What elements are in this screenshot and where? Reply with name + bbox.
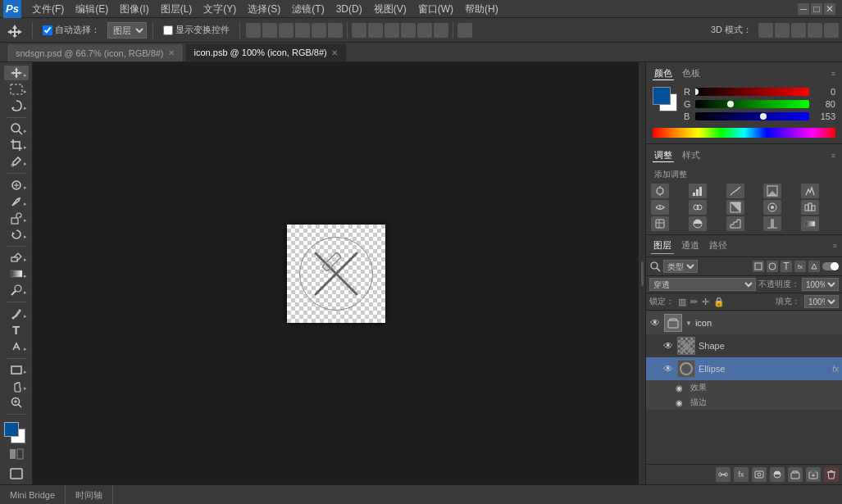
- menu-select[interactable]: 选择(S): [242, 0, 286, 18]
- tool-path-select[interactable]: ▸: [4, 339, 29, 354]
- distribute-right-icon[interactable]: [385, 23, 399, 38]
- distribute-top-icon[interactable]: [401, 23, 416, 38]
- adj-bw-icon[interactable]: [726, 200, 744, 215]
- adj-gradientmap-icon[interactable]: [801, 216, 819, 231]
- tool-quickmask[interactable]: [4, 447, 29, 461]
- menu-edit[interactable]: 编辑(E): [70, 0, 114, 18]
- tab-paths[interactable]: 路径: [707, 238, 730, 254]
- adj-colorlookup-icon[interactable]: [651, 216, 669, 231]
- tool-crop[interactable]: ▸: [4, 138, 29, 152]
- tab-color[interactable]: 颜色: [653, 67, 674, 80]
- align-top-icon[interactable]: [295, 23, 310, 38]
- new-layer-icon[interactable]: [806, 467, 821, 482]
- adj-threshold-icon[interactable]: [763, 216, 781, 231]
- adj-curves-icon[interactable]: [726, 184, 744, 198]
- adj-photofilter-icon[interactable]: [763, 200, 781, 215]
- 3d-rotate-icon[interactable]: [758, 23, 773, 38]
- color-spectrum[interactable]: [653, 128, 835, 138]
- lock-image-icon[interactable]: ✏: [690, 297, 698, 307]
- layers-panel-menu[interactable]: ≡: [833, 242, 837, 250]
- arrange-icon[interactable]: [457, 23, 472, 38]
- tab-sndsgn[interactable]: sndsgn.psd @ 66.7% (icon, RGB/8#) ✕: [7, 43, 184, 61]
- menu-view[interactable]: 视图(V): [368, 0, 412, 18]
- tab-channels[interactable]: 通道: [679, 238, 702, 254]
- lock-all-icon[interactable]: 🔒: [713, 297, 725, 307]
- adj-huesat-icon[interactable]: [651, 200, 669, 215]
- adj-invert-icon[interactable]: [689, 216, 707, 231]
- menu-window[interactable]: 窗口(W): [412, 0, 459, 18]
- tool-marquee[interactable]: ▸: [4, 82, 29, 97]
- tool-screenmode[interactable]: [4, 466, 29, 481]
- g-slider[interactable]: [695, 100, 809, 108]
- delete-layer-icon[interactable]: [824, 467, 839, 482]
- b-slider[interactable]: [695, 112, 809, 120]
- 3d-pan-icon[interactable]: [791, 23, 806, 38]
- filter-adjustment-icon[interactable]: [767, 261, 778, 272]
- group-name-icon[interactable]: icon: [695, 318, 839, 328]
- filter-fx-icon[interactable]: fx: [794, 261, 806, 272]
- fore-back-colors[interactable]: [653, 87, 679, 113]
- 3d-slide-icon[interactable]: [808, 23, 822, 38]
- filter-pixel-icon[interactable]: [753, 261, 764, 272]
- tab-styles[interactable]: 样式: [680, 149, 702, 162]
- filter-smartobj-icon[interactable]: [808, 261, 820, 272]
- adj-vibrance-icon[interactable]: [801, 184, 819, 198]
- fill-select[interactable]: 100%: [804, 295, 839, 308]
- ellipse-visibility-icon[interactable]: 👁: [662, 363, 674, 375]
- tool-healing[interactable]: ▸: [4, 178, 29, 193]
- layer-item-ellipse[interactable]: 👁 Ellipse fx: [646, 357, 842, 380]
- tool-eyedropper[interactable]: ▸: [4, 154, 29, 169]
- link-layers-icon[interactable]: [716, 467, 730, 482]
- tab-icon[interactable]: icon.psb @ 100% (icon, RGB/8#) ✕: [185, 43, 347, 61]
- foreground-color[interactable]: [4, 422, 19, 437]
- tool-dodge[interactable]: ▸: [4, 283, 29, 297]
- tab-swatches[interactable]: 色板: [680, 67, 702, 80]
- tool-move[interactable]: ▸: [4, 66, 29, 80]
- filter-text-icon[interactable]: T: [781, 261, 792, 272]
- blend-mode-select[interactable]: 穿透: [649, 278, 756, 291]
- align-bottom-icon[interactable]: [328, 23, 343, 38]
- tool-pen[interactable]: ▸: [4, 306, 29, 321]
- tool-shape[interactable]: ▸: [4, 362, 29, 377]
- new-adjustment-icon[interactable]: [770, 467, 785, 482]
- show-transform-checkbox[interactable]: 显示变换控件: [159, 22, 234, 38]
- layer-type-filter[interactable]: 类型: [663, 260, 698, 273]
- align-center-h-icon[interactable]: [262, 23, 277, 38]
- tool-eraser[interactable]: ▸: [4, 250, 29, 265]
- tool-history[interactable]: ▸: [4, 227, 29, 242]
- align-left-icon[interactable]: [246, 23, 261, 38]
- tool-text[interactable]: T: [4, 323, 29, 338]
- menu-image[interactable]: 图像(I): [114, 0, 154, 18]
- 3d-roll-icon[interactable]: [775, 23, 790, 38]
- canvas-bg[interactable]: [33, 75, 639, 484]
- add-style-icon[interactable]: fx: [734, 467, 749, 482]
- menu-text[interactable]: 文字(Y): [198, 0, 242, 18]
- adj-levels-icon[interactable]: [689, 184, 707, 198]
- close-button[interactable]: ✕: [824, 3, 835, 15]
- panel-resizer[interactable]: [639, 62, 645, 484]
- distribute-center-h-icon[interactable]: [368, 23, 383, 38]
- minimize-button[interactable]: ─: [798, 3, 809, 15]
- group-expand-icon[interactable]: ▼: [685, 320, 692, 327]
- tool-quick-select[interactable]: ▸: [4, 121, 29, 136]
- tool-clone[interactable]: ▸: [4, 211, 29, 225]
- distribute-center-v-icon[interactable]: [417, 23, 432, 38]
- tool-gradient[interactable]: ▸: [4, 266, 29, 281]
- adj-colorbalance-icon[interactable]: [689, 200, 707, 215]
- menu-help[interactable]: 帮助(H): [459, 0, 504, 18]
- 3d-scale-icon[interactable]: [824, 23, 839, 38]
- tab-close-icon[interactable]: ✕: [331, 48, 338, 57]
- add-mask-icon[interactable]: [752, 467, 767, 482]
- tab-layers[interactable]: 图层: [651, 238, 674, 254]
- auto-select-checkbox[interactable]: 自动选择：: [39, 22, 104, 38]
- shape-visibility-icon[interactable]: 👁: [662, 340, 674, 352]
- adj-panel-menu[interactable]: ≡: [831, 152, 835, 160]
- lock-pixels-icon[interactable]: ▥: [678, 297, 686, 307]
- tab-mini-bridge[interactable]: Mini Bridge: [0, 485, 66, 505]
- tab-timeline[interactable]: 时间轴: [66, 485, 113, 505]
- tool-lasso[interactable]: ▸: [4, 98, 29, 113]
- layer-filter-toggle[interactable]: [822, 262, 839, 270]
- show-transform-input[interactable]: [163, 25, 173, 35]
- layer-select[interactable]: 图层: [107, 22, 147, 39]
- adj-channelmixer-icon[interactable]: [801, 200, 819, 215]
